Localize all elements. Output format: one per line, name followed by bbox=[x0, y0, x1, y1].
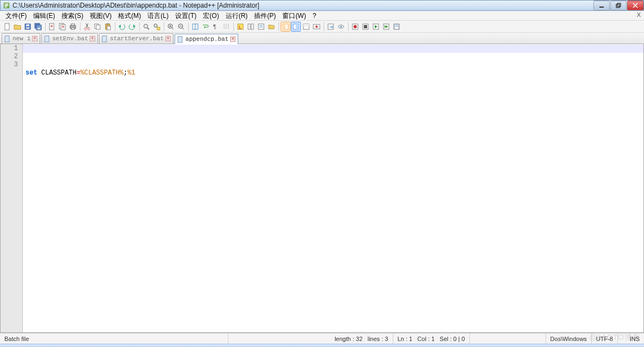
svg-rect-16 bbox=[38, 28, 40, 29]
undo-button[interactable] bbox=[117, 22, 127, 32]
svg-line-44 bbox=[172, 28, 174, 29]
doc-map-button[interactable] bbox=[246, 22, 256, 32]
tab-close-icon[interactable]: × bbox=[230, 36, 236, 42]
tab-close-icon[interactable]: × bbox=[165, 36, 171, 41]
editor-area: 1 2 3 set CLASSPATH=%CLASSPATH%;%1 bbox=[0, 44, 644, 333]
menu-view[interactable]: 视图(V) bbox=[86, 11, 115, 21]
menu-language[interactable]: 语言(L) bbox=[144, 11, 172, 21]
svg-rect-32 bbox=[96, 25, 100, 29]
tab-close-icon[interactable]: × bbox=[32, 36, 38, 41]
minimize-button[interactable] bbox=[593, 1, 610, 10]
menu-run[interactable]: 运行(R) bbox=[222, 11, 251, 21]
zoom-out-button[interactable] bbox=[176, 22, 186, 32]
indent-guide-button[interactable] bbox=[221, 22, 231, 32]
toolbar-separator bbox=[139, 22, 140, 31]
stop-macro-button[interactable] bbox=[361, 22, 370, 32]
tab-appendcp[interactable]: appendcp.bat × bbox=[175, 34, 238, 44]
tab-label: new 1 bbox=[13, 35, 30, 42]
menubar: 文件(F) 编辑(E) 搜索(S) 视图(V) 格式(M) 语言(L) 设置(T… bbox=[0, 11, 644, 21]
zoom-in-button[interactable] bbox=[166, 22, 176, 32]
line-number: 1 bbox=[1, 45, 18, 53]
status-length: length : 32 lines : 3 bbox=[330, 333, 393, 344]
close-button[interactable] bbox=[627, 1, 643, 10]
print-button[interactable] bbox=[68, 22, 78, 32]
svg-rect-2 bbox=[5, 5, 9, 6]
toolbar-separator bbox=[348, 22, 349, 31]
svg-rect-21 bbox=[61, 24, 65, 30]
func-list-button[interactable] bbox=[256, 22, 266, 32]
svg-rect-25 bbox=[71, 24, 75, 26]
svg-rect-59 bbox=[248, 24, 250, 29]
toolbar-separator bbox=[164, 22, 164, 31]
menu-search[interactable]: 搜索(S) bbox=[58, 11, 86, 21]
close-file-button[interactable] bbox=[47, 22, 57, 32]
window-controls bbox=[593, 1, 643, 10]
save-macro-button[interactable] bbox=[392, 22, 401, 32]
save-button[interactable] bbox=[23, 22, 33, 32]
copy-button[interactable] bbox=[92, 22, 102, 32]
menu-macro[interactable]: 宏(O) bbox=[200, 11, 222, 21]
sync-vscroll-button[interactable] bbox=[190, 22, 200, 32]
svg-rect-9 bbox=[5, 23, 9, 30]
kw-set: set bbox=[26, 69, 38, 77]
menu-window[interactable]: 窗口(W) bbox=[279, 11, 309, 21]
svg-rect-35 bbox=[107, 26, 110, 30]
svg-rect-87 bbox=[5, 36, 9, 42]
show-all-chars-button[interactable]: ¶ bbox=[211, 22, 221, 32]
play-multi-button[interactable] bbox=[381, 22, 391, 32]
menu-plugins[interactable]: 插件(P) bbox=[251, 11, 279, 21]
tabbar: new 1 × setEnv.bat × startServer.bat × a… bbox=[0, 33, 644, 44]
folder-view-button[interactable] bbox=[267, 22, 276, 32]
menu-help[interactable]: ? bbox=[309, 11, 320, 21]
file-icon bbox=[177, 36, 184, 43]
monitor-button[interactable] bbox=[336, 22, 346, 32]
line-number: 2 bbox=[1, 53, 18, 61]
tab-new-1[interactable]: new 1 × bbox=[2, 33, 40, 44]
paste-button[interactable] bbox=[103, 22, 113, 32]
menu-file[interactable]: 文件(F) bbox=[2, 11, 30, 21]
svg-rect-67 bbox=[296, 24, 299, 29]
restore-button[interactable] bbox=[610, 1, 627, 10]
file-icon bbox=[101, 35, 108, 42]
line-gutter: 1 2 3 bbox=[1, 44, 23, 332]
tab-close-icon[interactable]: × bbox=[90, 36, 95, 41]
cut-button[interactable] bbox=[82, 22, 92, 32]
tab-startserver[interactable]: startServer.bat × bbox=[99, 33, 174, 44]
tab-label: setEnv.bat bbox=[52, 35, 88, 42]
svg-text:L: L bbox=[239, 24, 242, 30]
redo-button[interactable] bbox=[127, 22, 137, 32]
menubar-close-button[interactable]: X bbox=[637, 11, 641, 18]
svg-marker-52 bbox=[204, 26, 205, 28]
toggle-view-2-button[interactable] bbox=[291, 22, 301, 32]
wrap-button[interactable] bbox=[201, 22, 210, 32]
new-file-button[interactable] bbox=[2, 22, 12, 32]
svg-rect-13 bbox=[26, 27, 29, 29]
toggle-view-3-button[interactable] bbox=[301, 22, 311, 32]
record-macro-button[interactable] bbox=[350, 22, 360, 32]
svg-rect-12 bbox=[26, 24, 29, 26]
os-taskbar bbox=[0, 344, 644, 347]
tab-setenv[interactable]: setEnv.bat × bbox=[41, 33, 98, 44]
close-all-button[interactable] bbox=[58, 22, 67, 32]
preview-button[interactable] bbox=[312, 22, 321, 32]
menu-format[interactable]: 格式(M) bbox=[115, 11, 144, 21]
menu-edit[interactable]: 编辑(E) bbox=[30, 11, 58, 21]
current-line-highlight bbox=[23, 45, 643, 53]
play-macro-button[interactable] bbox=[371, 22, 381, 32]
show-symbol-button[interactable]: ⇥ bbox=[326, 22, 336, 32]
file-icon bbox=[44, 35, 51, 42]
svg-line-39 bbox=[147, 28, 149, 29]
replace-button[interactable] bbox=[152, 22, 162, 32]
code-editor[interactable]: set CLASSPATH=%CLASSPATH%;%1 bbox=[23, 44, 643, 332]
menu-settings[interactable]: 设置(T) bbox=[172, 11, 200, 21]
toolbar-separator bbox=[45, 22, 46, 31]
toolbar: ¶ L ⇥ bbox=[0, 21, 644, 33]
find-button[interactable] bbox=[141, 22, 151, 32]
toggle-view-1-button[interactable] bbox=[281, 22, 290, 32]
svg-rect-90 bbox=[178, 36, 182, 42]
save-all-button[interactable] bbox=[33, 22, 43, 32]
lang-button[interactable]: L bbox=[236, 22, 245, 32]
svg-rect-61 bbox=[258, 24, 264, 29]
open-file-button[interactable] bbox=[13, 22, 22, 32]
svg-rect-42 bbox=[157, 27, 160, 30]
